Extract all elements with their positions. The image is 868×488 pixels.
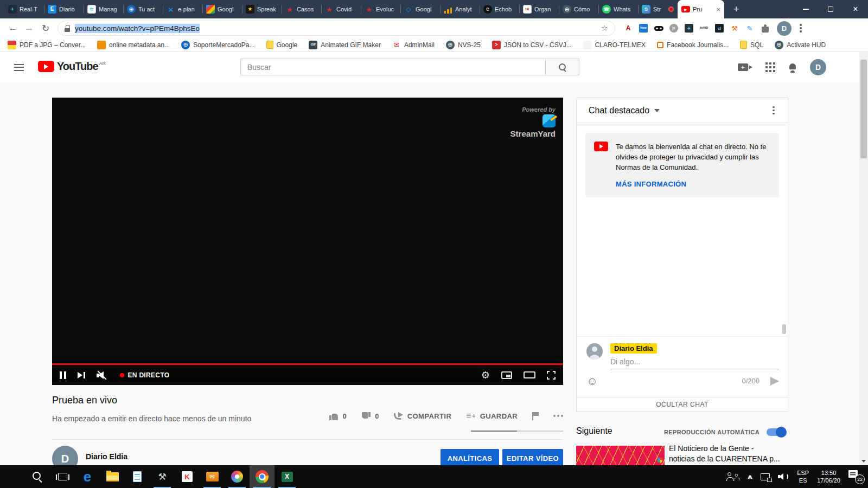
- hide-chat-button[interactable]: OCULTAR CHAT: [577, 397, 788, 412]
- more-actions-button[interactable]: [553, 415, 563, 417]
- menu-hamburger-icon[interactable]: [14, 62, 25, 73]
- reload-button[interactable]: ↻: [38, 21, 53, 36]
- chat-menu-button[interactable]: [765, 110, 782, 112]
- notepad-taskbar-button[interactable]: [125, 465, 150, 488]
- notification-center-icon[interactable]: 22: [848, 470, 864, 483]
- puzzle-extension-button[interactable]: [760, 23, 770, 34]
- muted-volume-icon[interactable]: [97, 371, 108, 380]
- next-video-thumbnail[interactable]: [576, 446, 665, 465]
- dislike-button[interactable]: 0: [361, 412, 379, 420]
- url-text[interactable]: youtube.com/watch?v=pPEm4BphsEo: [75, 24, 200, 33]
- excel-taskbar-button[interactable]: X: [275, 465, 299, 488]
- network-icon[interactable]: [761, 473, 770, 480]
- paint-taskbar-button[interactable]: [225, 465, 250, 488]
- video-player[interactable]: Powered by StreamYard EN DIRECTO ⚙: [52, 98, 563, 385]
- apps-grid-icon[interactable]: [765, 62, 775, 72]
- fullscreen-icon[interactable]: [547, 371, 556, 380]
- chrome-taskbar-button[interactable]: [250, 465, 275, 488]
- browser-tab[interactable]: ⊕Cómo: [559, 0, 598, 18]
- edit-video-button[interactable]: EDITAR VÍDEO: [502, 449, 563, 465]
- browser-tab[interactable]: SStr: [638, 0, 678, 18]
- browser-tab[interactable]: *Casos: [282, 0, 321, 18]
- ct-extension-button[interactable]: ct: [714, 23, 725, 34]
- devtools-taskbar-button[interactable]: ⚒: [150, 465, 175, 488]
- back-button[interactable]: ←: [5, 21, 21, 36]
- page-scrollbar[interactable]: [859, 52, 868, 465]
- browser-profile-avatar[interactable]: D: [777, 21, 792, 36]
- bookmark-item[interactable]: CLARO-TELMEX: [583, 41, 646, 49]
- outlook-taskbar-button[interactable]: ✉: [200, 465, 225, 488]
- theater-mode-icon[interactable]: [524, 371, 535, 378]
- save-button[interactable]: ≡+ GUARDAR: [466, 411, 518, 421]
- bookmark-item[interactable]: Facebook Journalis...: [657, 41, 729, 49]
- language-indicator[interactable]: ESP ES: [797, 469, 809, 484]
- search-taskbar-button[interactable]: [25, 465, 50, 488]
- start-taskbar-button[interactable]: [0, 465, 25, 488]
- next-video-title[interactable]: El Noticiero de la Gente - noticias de l…: [669, 444, 789, 465]
- browser-tab[interactable]: ⊕Tu act: [123, 0, 163, 18]
- chat-scrollbar-thumb[interactable]: [782, 324, 786, 334]
- new-tab-button[interactable]: +: [729, 2, 744, 17]
- scrollbar-down-arrow[interactable]: [859, 457, 868, 465]
- js-gear-extension-button[interactable]: js: [668, 23, 679, 34]
- bookmark-item[interactable]: SQL: [740, 41, 763, 49]
- tray-chevron-icon[interactable]: ∧: [746, 473, 754, 480]
- gavel-extension-button[interactable]: ⚒: [729, 23, 740, 34]
- more-info-link[interactable]: MÁS INFORMACIÓN: [616, 180, 686, 188]
- emoji-icon[interactable]: ☺: [586, 375, 598, 387]
- browser-menu-button[interactable]: [795, 22, 807, 34]
- browser-tab[interactable]: ▶Pru×: [678, 0, 724, 18]
- autoplay-toggle[interactable]: [767, 428, 785, 436]
- volume-icon[interactable]: [778, 472, 789, 481]
- analytics-button[interactable]: ANALÍTICAS: [441, 449, 499, 465]
- create-video-icon[interactable]: +: [738, 63, 752, 71]
- next-icon[interactable]: [78, 372, 85, 378]
- browser-tab[interactable]: Googl: [202, 0, 242, 18]
- channel-avatar[interactable]: D: [52, 446, 78, 465]
- search-input[interactable]: [240, 59, 545, 75]
- clock[interactable]: 13:50 17/06/20: [817, 469, 840, 484]
- bookmark-item[interactable]: ⊕Activate HUD: [775, 41, 826, 49]
- invid-extension-button[interactable]: InVID: [699, 23, 710, 34]
- window-close-button[interactable]: ×: [843, 0, 868, 18]
- mask-extension-button[interactable]: [653, 23, 664, 34]
- edge-taskbar-button[interactable]: e: [75, 465, 100, 488]
- crop-extension-button[interactable]: +: [684, 23, 694, 34]
- browser-tab[interactable]: Analyt: [440, 0, 480, 18]
- browser-tab[interactable]: *Covid-: [321, 0, 361, 18]
- bookmark-star-icon[interactable]: ☆: [601, 23, 608, 33]
- browser-tab[interactable]: *Evoluc: [361, 0, 400, 18]
- youtube-logo[interactable]: YouTube AR: [38, 61, 106, 72]
- bookmark-item[interactable]: ✉AdminMail: [392, 41, 435, 49]
- acrobat-extension-button[interactable]: A: [623, 23, 634, 34]
- bookmark-item[interactable]: >JSON to CSV - CSVJ...: [492, 41, 572, 49]
- address-bar[interactable]: youtube.com/watch?v=pPEm4BphsEo ☆: [58, 21, 615, 36]
- bookmark-item[interactable]: ⊕SoporteMercadoPa...: [181, 41, 254, 49]
- scrollbar-thumb[interactable]: [860, 60, 867, 158]
- like-button[interactable]: 0: [329, 412, 347, 420]
- miniplayer-icon[interactable]: [501, 371, 512, 379]
- bookmark-item[interactable]: ⊕NVS-25: [446, 41, 481, 49]
- feather-extension-button[interactable]: ✎: [744, 23, 755, 34]
- capture-new-extension-button[interactable]: New: [638, 23, 649, 34]
- browser-tab[interactable]: ≈Manag: [84, 0, 123, 18]
- taskview-taskbar-button[interactable]: [50, 465, 75, 488]
- browser-tab[interactable]: eEchob: [480, 0, 519, 18]
- notifications-bell-icon[interactable]: [788, 63, 797, 72]
- explorer-taskbar-button[interactable]: [100, 465, 125, 488]
- youtube-profile-avatar[interactable]: D: [810, 59, 826, 75]
- people-icon[interactable]: [726, 472, 739, 481]
- settings-gear-icon[interactable]: ⚙: [481, 369, 490, 381]
- forward-button[interactable]: →: [22, 21, 37, 36]
- browser-tab[interactable]: IROrgan: [519, 0, 559, 18]
- window-minimize-button[interactable]: [793, 0, 818, 18]
- bookmark-item[interactable]: Google: [266, 41, 298, 49]
- k-taskbar-button[interactable]: K: [175, 465, 200, 488]
- browser-tab[interactable]: EDiario: [44, 0, 84, 18]
- search-button[interactable]: [545, 59, 579, 75]
- browser-tab[interactable]: ◇Googl: [400, 0, 440, 18]
- browser-tab[interactable]: ☎Whats: [598, 0, 638, 18]
- bookmark-item[interactable]: PDF a JPG – Conver...: [8, 41, 86, 49]
- tab-close-icon[interactable]: ×: [716, 5, 720, 14]
- send-icon[interactable]: [770, 377, 779, 386]
